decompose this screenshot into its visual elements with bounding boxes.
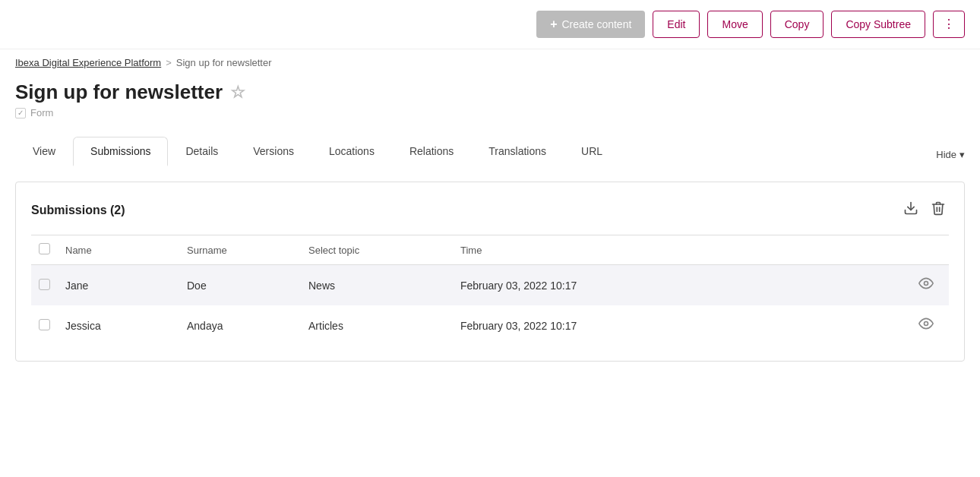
col-header-topic: Select topic [301, 235, 453, 265]
move-button[interactable]: Move [707, 11, 762, 38]
breadcrumb-current: Sign up for newsletter [176, 57, 272, 68]
form-label: Form [15, 107, 965, 118]
view-row-2-icon[interactable] [918, 316, 934, 335]
chevron-down-icon: ▾ [959, 149, 965, 160]
tab-relations[interactable]: Relations [392, 137, 471, 166]
row-checkbox-2[interactable] [39, 319, 50, 330]
tab-translations[interactable]: Translations [471, 137, 564, 166]
breadcrumb-area: Ibexa Digital Experience Platform > Sign… [0, 49, 980, 73]
copy-subtree-button[interactable]: Copy Subtree [831, 11, 925, 38]
tabs-container: View Submissions Details Versions Locati… [0, 123, 980, 166]
row-time-2: February 03, 2022 10:17 [453, 305, 650, 346]
edit-button[interactable]: Edit [653, 11, 700, 38]
create-content-button[interactable]: + Create content [536, 11, 645, 38]
copy-button[interactable]: Copy [770, 11, 824, 38]
more-options-button[interactable]: ⋮ [933, 11, 965, 38]
tab-versions[interactable]: Versions [236, 137, 311, 166]
tab-view[interactable]: View [15, 137, 73, 166]
submissions-header: Submissions (2) [31, 197, 949, 223]
submissions-actions [900, 197, 949, 223]
star-icon[interactable]: ☆ [230, 83, 245, 103]
breadcrumb-separator: > [166, 57, 172, 68]
submissions-panel: Submissions (2) [15, 182, 965, 362]
submissions-title: Submissions (2) [31, 204, 125, 217]
row-surname-2: Andaya [179, 305, 301, 346]
svg-point-2 [925, 322, 928, 326]
svg-point-1 [925, 282, 928, 286]
tabs: View Submissions Details Versions Locati… [15, 135, 620, 166]
tab-submissions[interactable]: Submissions [73, 137, 168, 166]
col-header-surname: Surname [179, 235, 301, 265]
tabs-row: View Submissions Details Versions Locati… [15, 135, 980, 166]
view-row-1-icon[interactable] [918, 276, 934, 295]
toolbar: + Create content Edit Move Copy Copy Sub… [0, 0, 980, 49]
col-header-name: Name [58, 235, 179, 265]
tab-locations[interactable]: Locations [311, 137, 392, 166]
delete-button[interactable] [928, 197, 949, 223]
breadcrumb: Ibexa Digital Experience Platform > Sign… [15, 49, 965, 73]
submissions-table: Name Surname Select topic Time Jane Doe … [31, 235, 949, 346]
col-header-action [650, 235, 949, 265]
row-topic-2: Articles [301, 305, 453, 346]
page-title: Sign up for newsletter ☆ [15, 81, 965, 104]
select-all-checkbox[interactable] [39, 243, 50, 254]
download-button[interactable] [900, 197, 922, 223]
tab-url[interactable]: URL [564, 137, 620, 166]
plus-icon: + [550, 17, 557, 31]
col-header-time: Time [453, 235, 650, 265]
form-checkbox-icon [15, 108, 26, 118]
table-row: Jessica Andaya Articles February 03, 202… [31, 305, 949, 346]
content-area: Submissions (2) [0, 166, 980, 377]
row-time-1: February 03, 2022 10:17 [453, 265, 650, 306]
row-surname-1: Doe [179, 265, 301, 306]
row-name-1: Jane [58, 265, 179, 306]
table-row: Jane Doe News February 03, 2022 10:17 [31, 265, 949, 306]
breadcrumb-platform-link[interactable]: Ibexa Digital Experience Platform [15, 57, 161, 68]
row-name-2: Jessica [58, 305, 179, 346]
hide-button[interactable]: Hide ▾ [936, 149, 980, 166]
page-title-area: Sign up for newsletter ☆ Form [0, 73, 980, 123]
row-checkbox-1[interactable] [39, 279, 50, 290]
row-topic-1: News [301, 265, 453, 306]
tab-details[interactable]: Details [168, 137, 236, 166]
